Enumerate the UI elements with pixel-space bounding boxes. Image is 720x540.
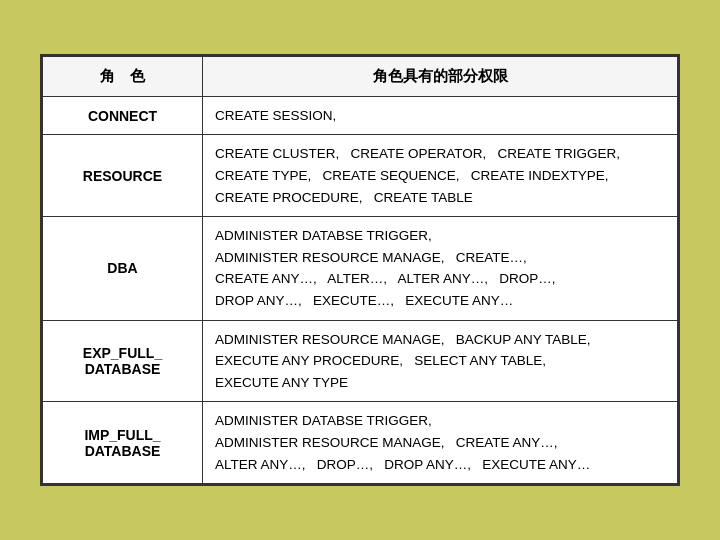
table-header-row: 角 色 角色具有的部分权限 bbox=[43, 56, 678, 96]
permissions-cell: ADMINISTER RESOURCE MANAGE, BACKUP ANY T… bbox=[203, 320, 678, 402]
table-row: DBA ADMINISTER DATABSE TRIGGER, ADMINIST… bbox=[43, 217, 678, 320]
main-table-container: 角 色 角色具有的部分权限 CONNECT CREATE SESSION, RE… bbox=[40, 54, 680, 486]
permissions-cell: CREATE CLUSTER, CREATE OPERATOR, CREATE … bbox=[203, 135, 678, 217]
header-permissions-col: 角色具有的部分权限 bbox=[203, 56, 678, 96]
table-row: RESOURCE CREATE CLUSTER, CREATE OPERATOR… bbox=[43, 135, 678, 217]
table-row: CONNECT CREATE SESSION, bbox=[43, 96, 678, 135]
roles-table: 角 色 角色具有的部分权限 CONNECT CREATE SESSION, RE… bbox=[42, 56, 678, 484]
table-row: EXP_FULL_DATABASE ADMINISTER RESOURCE MA… bbox=[43, 320, 678, 402]
role-label: EXP_FULL_DATABASE bbox=[43, 320, 203, 402]
role-label: IMP_FULL_DATABASE bbox=[43, 402, 203, 484]
permissions-cell: ADMINISTER DATABSE TRIGGER, ADMINISTER R… bbox=[203, 402, 678, 484]
header-role-col: 角 色 bbox=[43, 56, 203, 96]
permissions-cell: ADMINISTER DATABSE TRIGGER, ADMINISTER R… bbox=[203, 217, 678, 320]
role-label: RESOURCE bbox=[43, 135, 203, 217]
role-label: CONNECT bbox=[43, 96, 203, 135]
table-row: IMP_FULL_DATABASE ADMINISTER DATABSE TRI… bbox=[43, 402, 678, 484]
role-label: DBA bbox=[43, 217, 203, 320]
permissions-cell: CREATE SESSION, bbox=[203, 96, 678, 135]
